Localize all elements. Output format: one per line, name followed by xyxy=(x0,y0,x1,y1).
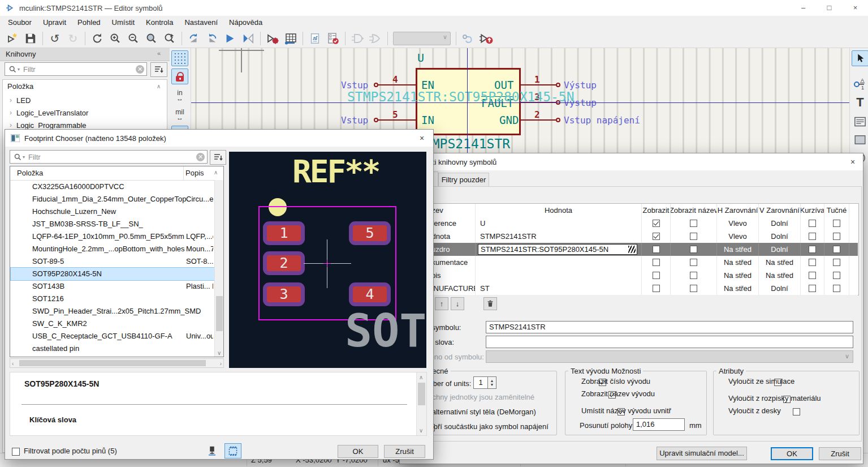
show-checkbox[interactable] xyxy=(653,259,660,266)
clear-filter-icon[interactable]: ✕ xyxy=(196,153,205,161)
library-tree-item[interactable]: › LED xyxy=(3,95,162,107)
footprint-list-item[interactable]: CX3225GA16000D0PTVCC xyxy=(11,181,213,193)
field-row-footprint[interactable]: Pouzdro STMPS2141STR:SOT95P280X145-5N Na… xyxy=(405,243,858,256)
sort-filter-button[interactable] xyxy=(150,62,167,77)
pin-count-filter-checkbox[interactable] xyxy=(12,448,20,456)
footprint-list-item[interactable]: SW_C_K_KMR2 xyxy=(11,318,213,330)
sync-pins-icon[interactable] xyxy=(460,31,477,46)
footprint-list[interactable]: Položka Popis ∧ CX3225GA16000D0PTVCC Fid… xyxy=(10,166,224,357)
library-filter-input[interactable]: ▾ Filtr ✕ xyxy=(5,62,147,76)
library-tree-item[interactable]: › Logic_LevelTranslator xyxy=(3,107,162,119)
footprint-list-item[interactable]: SOT1216 xyxy=(11,293,213,305)
keywords-input[interactable] xyxy=(486,336,853,348)
bold-checkbox[interactable] xyxy=(833,285,840,292)
expander-icon[interactable]: › xyxy=(10,109,12,117)
cancel-button[interactable]: Zrušit xyxy=(819,447,861,460)
panel-collapse-icon[interactable]: « xyxy=(157,50,161,57)
bold-checkbox[interactable] xyxy=(833,259,840,266)
footprint-filter-input[interactable]: ▾ Filtr ✕ xyxy=(10,150,208,164)
new-symbol-icon[interactable] xyxy=(4,31,21,46)
italic-checkbox[interactable] xyxy=(809,285,816,292)
field-row-value[interactable]: Hodnota STMPS2141STR Vlevo Dolní xyxy=(405,230,858,243)
bold-checkbox[interactable] xyxy=(833,272,840,279)
show-checkbox[interactable] xyxy=(653,285,660,292)
demorgan-standard-icon[interactable] xyxy=(349,31,366,46)
show-name-checkbox[interactable] xyxy=(690,259,697,266)
exclude-board-checkbox[interactable] xyxy=(793,408,800,415)
field-row-datasheet[interactable]: Dokumentace Na střed Na střed xyxy=(405,256,858,269)
scroll-left-icon[interactable]: ‹ xyxy=(12,361,14,367)
menu-item[interactable]: Soubor xyxy=(2,16,37,29)
pin-table-icon[interactable] xyxy=(282,31,299,46)
close-icon[interactable]: × xyxy=(845,156,861,168)
rectangle-tool-icon[interactable] xyxy=(852,132,868,148)
footprint-list-item[interactable]: SOT143B Plasti... lea xyxy=(11,280,213,293)
footprint-list-item[interactable]: SWD_Pin_Header_Strai...2x05_Pitch1.27mm_… xyxy=(11,305,213,318)
show-checkbox[interactable] xyxy=(653,272,660,279)
pin-lock-icon[interactable] xyxy=(171,68,188,84)
zoom-in-icon[interactable] xyxy=(107,31,124,46)
list-vertical-scrollbar[interactable]: ∨ xyxy=(214,180,224,357)
show-name-checkbox[interactable] xyxy=(690,220,697,227)
footprint-preview-toggle-icon[interactable] xyxy=(224,443,241,459)
bold-checkbox[interactable] xyxy=(833,220,840,227)
rotate-ccw-icon[interactable] xyxy=(185,31,202,46)
grid-toggle-icon[interactable] xyxy=(171,50,188,66)
ok-button[interactable]: OK xyxy=(771,447,813,460)
list-horizontal-scrollbar[interactable]: ‹ › xyxy=(10,358,224,368)
pin-tool-icon[interactable]: A1 xyxy=(852,75,868,91)
footprint-list-item[interactable]: SOT95P280X145-5N xyxy=(11,268,215,280)
expander-icon[interactable]: › xyxy=(10,121,12,129)
menu-item[interactable]: Umístit xyxy=(106,16,140,29)
menu-item[interactable]: Upravit xyxy=(37,16,72,29)
export-symbol-icon[interactable] xyxy=(478,31,495,46)
scroll-down-icon[interactable]: ∨ xyxy=(217,350,221,356)
move-field-up-button[interactable]: ↑ xyxy=(435,297,448,310)
undo-icon[interactable]: ↺ xyxy=(46,31,63,46)
bold-checkbox[interactable] xyxy=(833,246,840,253)
edit-simulation-model-button[interactable]: Upravit simulační model... xyxy=(657,447,747,460)
maximize-button[interactable]: □ xyxy=(817,0,842,16)
menu-item[interactable]: Kontrola xyxy=(140,16,179,29)
footprint-list-item[interactable]: Hochschule_Luzern_New xyxy=(11,205,213,218)
show-name-checkbox[interactable] xyxy=(690,272,697,279)
redo-icon[interactable]: ↻ xyxy=(64,31,81,46)
delete-field-button[interactable] xyxy=(483,297,497,310)
unit-select[interactable] xyxy=(393,32,451,45)
show-checkbox[interactable] xyxy=(653,220,660,227)
scroll-right-icon[interactable]: › xyxy=(220,361,222,367)
symbol-preview-toggle-icon[interactable] xyxy=(204,444,220,459)
menu-item[interactable]: Nastavení xyxy=(179,16,223,29)
expander-icon[interactable]: › xyxy=(10,96,12,104)
column-desc[interactable]: Popis xyxy=(185,169,204,177)
demorgan-alternate-icon[interactable] xyxy=(367,31,384,46)
symbol-reference[interactable]: U xyxy=(417,51,424,65)
field-row-reference[interactable]: Reference U Vlevo Dolní xyxy=(405,217,858,230)
symbol-properties-icon[interactable] xyxy=(264,31,281,46)
italic-checkbox[interactable] xyxy=(809,220,816,227)
field-row-manufacturer[interactable]: MANUFACTURER ST Na střed Dolní xyxy=(405,282,858,295)
close-icon[interactable]: × xyxy=(414,132,430,144)
footprint-list-item[interactable]: SOT-89-5 SOT-8...5.p xyxy=(11,255,213,268)
footprint-list-item[interactable]: Fiducial_1mm_Dia_2.54mm_Outer_CopperTop … xyxy=(11,193,213,205)
clear-filter-icon[interactable]: ✕ xyxy=(136,65,144,74)
show-name-checkbox[interactable] xyxy=(690,233,697,240)
field-row-description[interactable]: Popis Na střed Na střed xyxy=(405,269,858,282)
column-item[interactable]: Položka xyxy=(17,169,43,177)
tree-column-header[interactable]: Položka xyxy=(7,82,33,91)
sort-filter-button[interactable] xyxy=(210,150,226,165)
footprint-list-item[interactable]: JST_BM03B-SRSS-TB_LF__SN_ xyxy=(11,218,213,230)
close-button[interactable]: × xyxy=(843,0,868,16)
menu-item[interactable]: Nápověda xyxy=(223,16,268,29)
footprint-list-item[interactable]: castellated pin xyxy=(11,342,213,355)
minimize-button[interactable]: – xyxy=(791,0,816,16)
unit-mils-icon[interactable]: mil↔ xyxy=(171,107,188,123)
offset-input[interactable]: 1,016 xyxy=(633,418,685,431)
show-name-checkbox[interactable] xyxy=(690,285,697,292)
text-tool-icon[interactable]: T xyxy=(852,95,868,110)
scroll-up-icon[interactable]: ∧ xyxy=(214,169,218,175)
textbox-tool-icon[interactable] xyxy=(852,114,868,130)
show-checkbox[interactable] xyxy=(653,233,660,240)
cancel-button[interactable]: Zrušit xyxy=(384,445,425,458)
italic-checkbox[interactable] xyxy=(809,233,816,240)
